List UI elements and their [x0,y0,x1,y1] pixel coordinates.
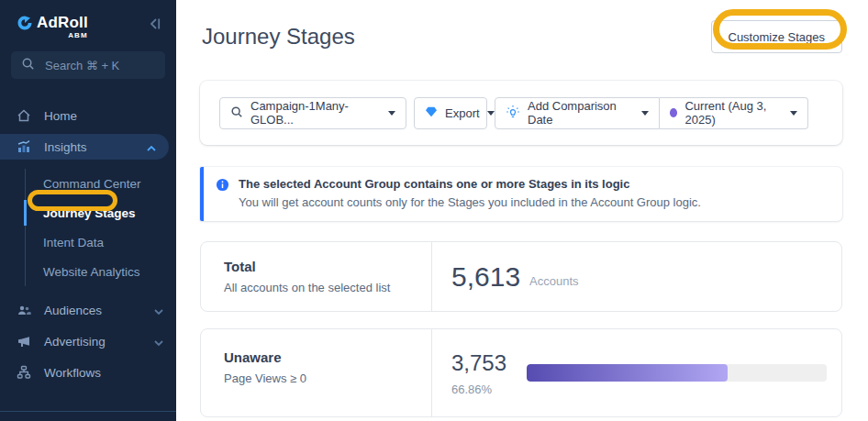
sidebar-collapse-icon[interactable] [147,17,161,34]
page-content: Campaign-1Many-GLOB... Export Add Compar… [176,81,868,417]
add-comparison-date-dropdown[interactable]: Add Comparison Date [495,97,660,129]
sidebar-item-insights[interactable]: Insights [0,134,169,160]
unaware-percent-label: 66.86% [451,382,505,396]
banner-subtitle: You will get account counts only for the… [239,195,701,209]
purple-dot-icon [670,108,677,117]
insights-icon [17,139,31,154]
progress-bar-fill [527,364,728,382]
home-icon [17,108,31,123]
unaware-card-label-section: Unaware Page Views ≥ 0 [201,329,432,416]
banner-title: The selected Account Group contains one … [239,177,701,191]
submenu-item-label: Intent Data [43,236,104,249]
page-header: Journey Stages Customize Stages [176,0,868,53]
workflows-icon [17,365,31,380]
sidebar-item-label: Audiences [44,304,102,317]
comparison-dropdown-label: Add Comparison Date [528,99,634,127]
total-accounts-value: 5,613 [451,261,520,293]
caret-down-icon [641,111,649,116]
stage-title: Unaware [224,349,431,365]
chevron-down-icon [154,335,163,349]
main-area: Journey Stages Customize Stages Campaign… [176,0,868,421]
caret-down-icon [388,111,395,116]
advertising-icon [17,334,31,349]
sidebar-item-workflows[interactable]: Workflows [0,360,176,385]
filters-toolbar: Campaign-1Many-GLOB... Export Add Compar… [200,81,842,145]
adroll-logo: AdRoll ABM [17,15,88,39]
unaware-stage-card: Unaware Page Views ≥ 0 3,753 66.86% [200,328,842,417]
chevron-down-icon [154,304,163,317]
page-title: Journey Stages [202,24,355,50]
stage-subtitle: All accounts on the selected list [224,281,431,294]
stage-title: Total [224,259,431,274]
submenu-item-label: Journey Stages [43,206,136,220]
gem-icon [425,106,438,120]
search-input[interactable]: Search ⌘ + K [11,51,165,79]
total-card-value-section: 5,613 Accounts [432,242,841,311]
search-icon [230,105,243,121]
submenu-item-label: Command Center [43,177,141,191]
unaware-accounts-value: 3,753 [451,350,505,376]
chevron-up-icon [147,140,156,154]
sidebar-item-label: Insights [44,140,87,154]
sidebar: AdRoll ABM Search ⌘ + K Home Insights [0,0,176,421]
info-banner: The selected Account Group contains one … [200,167,842,221]
brand-sub-label: ABM [37,31,88,39]
sidebar-item-home[interactable]: Home [0,103,176,128]
sidebar-divider [0,411,176,412]
sidebar-item-label: Workflows [44,366,101,380]
sidebar-item-intent-data[interactable]: Intent Data [43,227,176,257]
current-date-dropdown[interactable]: Current (Aug 3, 2025) [660,97,808,129]
date-comparison-group: Add Comparison Date Current (Aug 3, 2025… [495,97,808,129]
sidebar-item-website-analytics[interactable]: Website Analytics [43,257,176,286]
lightbulb-icon [506,105,520,122]
insights-submenu: Command Center Journey Stages Intent Dat… [25,169,176,286]
adroll-swirl-icon [17,15,33,35]
search-icon [21,57,35,74]
export-dropdown[interactable]: Export [414,97,487,129]
campaign-dropdown-value: Campaign-1Many-GLOB... [250,99,381,127]
info-icon [216,178,229,209]
caret-down-icon [790,111,797,116]
current-dropdown-value: Current (Aug 3, 2025) [684,99,783,127]
caret-down-icon [487,111,495,116]
progress-bar-track [527,364,827,382]
audiences-icon [17,303,31,317]
total-card-label-section: Total All accounts on the selected list [201,242,432,311]
search-placeholder: Search ⌘ + K [45,59,119,72]
unaware-card-value-section: 3,753 66.86% [432,329,841,416]
sidebar-item-command-center[interactable]: Command Center [43,169,176,198]
sidebar-item-label: Home [44,109,77,123]
sidebar-item-audiences[interactable]: Audiences [0,297,176,323]
export-dropdown-label: Export [445,106,480,120]
total-stage-card: Total All accounts on the selected list … [200,241,842,312]
brand-name: AdRoll [37,15,88,31]
sidebar-nav: Home Insights Command Center Journey Sta… [0,103,176,385]
sidebar-item-label: Advertising [44,335,106,349]
customize-stages-button[interactable]: Customize Stages [711,20,843,53]
sidebar-item-journey-stages[interactable]: Journey Stages [43,198,176,227]
submenu-item-label: Website Analytics [43,265,140,279]
logo-row: AdRoll ABM [0,0,176,39]
accounts-unit-label: Accounts [529,274,578,288]
sidebar-item-advertising[interactable]: Advertising [0,328,176,354]
campaign-dropdown[interactable]: Campaign-1Many-GLOB... [219,97,406,129]
stage-subtitle: Page Views ≥ 0 [224,371,431,385]
